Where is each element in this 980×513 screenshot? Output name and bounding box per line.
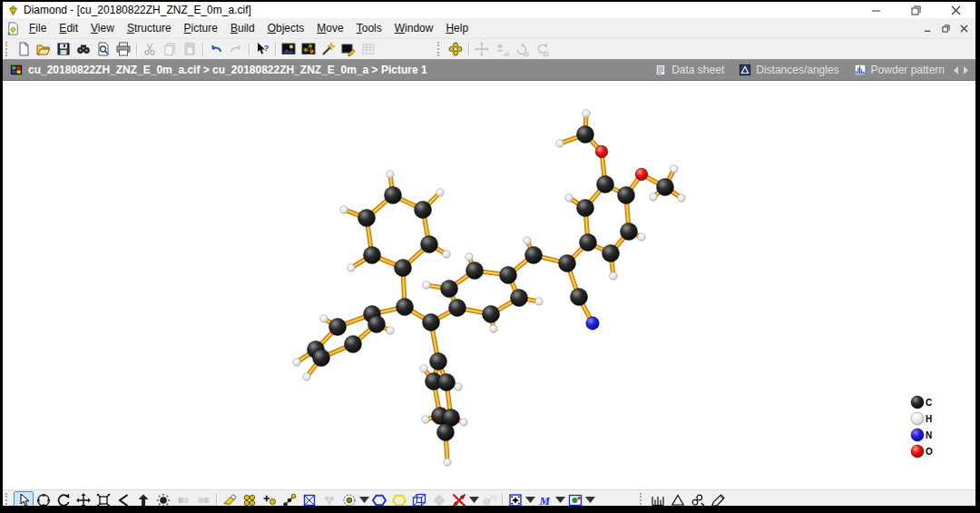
measure-edit-button[interactable] (708, 491, 728, 508)
rotate-view-button[interactable] (54, 491, 74, 508)
packing-button[interactable] (505, 491, 525, 508)
add-atom-button[interactable] (260, 491, 279, 508)
menu-build[interactable]: Build (224, 20, 261, 36)
new-document-button[interactable] (14, 41, 34, 58)
atom-H-45[interactable] (565, 194, 573, 202)
hexagon-yellow-button[interactable] (389, 491, 409, 508)
menu-objects[interactable]: Objects (261, 20, 311, 36)
eraser-button[interactable] (220, 491, 240, 508)
picture-wizard-button[interactable] (318, 41, 338, 58)
scroll-right-icon[interactable] (963, 66, 968, 74)
atom-H-52[interactable] (535, 298, 543, 305)
atom-C-30[interactable] (368, 316, 386, 333)
mdi-restore-icon[interactable] (942, 25, 950, 33)
symmetry-button[interactable]: M (535, 491, 555, 508)
atom-C-33[interactable] (438, 374, 456, 391)
create-lattice-button[interactable] (299, 491, 319, 508)
context-help-button[interactable]: ? (252, 41, 272, 58)
atom-H-43[interactable] (678, 194, 685, 202)
atom-H-51[interactable] (490, 325, 497, 332)
restore-button[interactable] (896, 2, 936, 18)
atom-H-49[interactable] (466, 253, 473, 261)
minimize-button[interactable] (856, 2, 896, 18)
atom-H-53[interactable] (348, 264, 355, 271)
coordination-sphere-button[interactable] (339, 491, 359, 508)
menu-picture[interactable]: Picture (178, 20, 224, 36)
menu-tools[interactable]: Tools (350, 20, 388, 36)
atom-C-23[interactable] (415, 202, 432, 219)
atom-H-56[interactable] (436, 189, 444, 196)
atom-H-47[interactable] (610, 272, 617, 280)
tab-distances-angles[interactable]: Distances/angles (739, 64, 838, 76)
menu-move[interactable]: Move (310, 20, 349, 36)
atom-C-5[interactable] (603, 245, 620, 262)
atom-C-8[interactable] (559, 255, 576, 272)
toolbar-grip[interactable] (640, 493, 644, 508)
atom-C-2[interactable] (577, 200, 594, 217)
find-button[interactable] (74, 41, 93, 58)
atom-C-26[interactable] (329, 319, 347, 336)
print-button[interactable] (113, 41, 133, 58)
atom-C-16[interactable] (500, 267, 517, 284)
atom-C-10[interactable] (571, 289, 588, 306)
atom-C-18[interactable] (423, 314, 440, 331)
picture-tools-button[interactable] (338, 41, 358, 58)
atom-H-44[interactable] (650, 193, 657, 201)
structure-picture-button[interactable] (299, 41, 318, 58)
atom-C-19[interactable] (395, 260, 412, 277)
menu-file[interactable]: File (23, 20, 53, 36)
undo-button[interactable] (206, 41, 226, 58)
molecule-3d-view[interactable]: CHNO (3, 81, 975, 489)
atom-C-36[interactable] (437, 424, 455, 441)
atom-H-61[interactable] (387, 327, 394, 334)
atom-C-7[interactable] (657, 179, 674, 196)
atom-H-48[interactable] (524, 237, 531, 244)
menu-edit[interactable]: Edit (53, 20, 84, 36)
atom-H-64[interactable] (422, 416, 429, 423)
atom-C-20[interactable] (364, 247, 381, 264)
atom-C-28[interactable] (313, 350, 330, 367)
select-mode-button[interactable] (14, 491, 34, 508)
atom-C-3[interactable] (621, 223, 638, 241)
atom-H-65[interactable] (460, 419, 467, 426)
menu-view[interactable]: View (84, 20, 121, 36)
atom-O-38[interactable] (635, 168, 648, 181)
atom-H-54[interactable] (340, 206, 348, 213)
atom-C-29[interactable] (345, 336, 362, 353)
atom-C-11[interactable] (466, 262, 484, 280)
move-view-button[interactable] (74, 491, 93, 508)
document-logo-icon[interactable] (6, 22, 20, 35)
atom-H-58[interactable] (320, 315, 328, 322)
menu-structure[interactable]: Structure (121, 20, 178, 36)
atom-H-63[interactable] (455, 383, 462, 390)
atom-H-60[interactable] (303, 373, 310, 380)
connect-atoms-button[interactable] (279, 491, 299, 508)
atom-C-4[interactable] (580, 234, 597, 252)
scroll-left-icon[interactable] (954, 66, 959, 74)
atom-N-39[interactable] (586, 317, 599, 330)
toolbar-grip[interactable] (5, 493, 10, 508)
toolbar-grip[interactable] (437, 42, 442, 56)
unit-cell-button[interactable] (409, 491, 429, 508)
atom-H-46[interactable] (638, 233, 645, 241)
toolbar-grip[interactable] (5, 42, 10, 56)
atom-H-41[interactable] (556, 140, 564, 147)
atom-C-0[interactable] (597, 176, 614, 193)
print-preview-button[interactable] (93, 41, 113, 58)
atom-H-42[interactable] (671, 165, 678, 173)
atom-C-22[interactable] (385, 187, 402, 204)
navigate-mode-button[interactable] (34, 491, 54, 508)
picture-settings-dropdown[interactable] (585, 491, 595, 508)
atom-C-13[interactable] (449, 300, 466, 317)
atom-H-57[interactable] (443, 251, 450, 258)
build-molecules-button[interactable] (446, 41, 466, 58)
atom-C-12[interactable] (441, 281, 458, 298)
close-button[interactable] (936, 2, 975, 18)
atom-H-66[interactable] (444, 459, 451, 466)
structure-viewport[interactable]: CHNO (3, 81, 975, 489)
destroy-atoms-dropdown[interactable] (469, 491, 479, 508)
zoom-view-button[interactable] (93, 491, 113, 508)
measure-torsion-button[interactable] (688, 491, 708, 508)
atom-C-17[interactable] (397, 299, 414, 316)
coordination-sphere-dropdown[interactable] (359, 491, 369, 508)
